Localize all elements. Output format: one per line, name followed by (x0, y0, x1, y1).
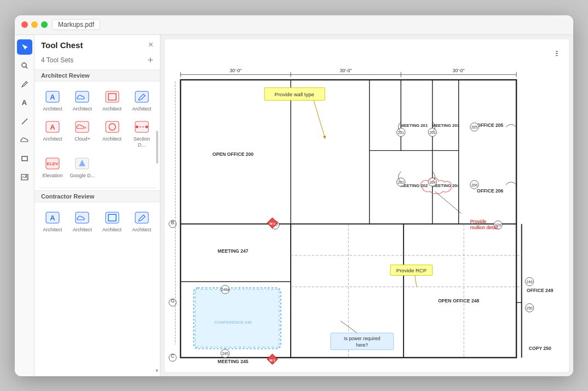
tool-item-cloud-architect[interactable]: Architect (68, 86, 96, 114)
rect-contractor-icon (103, 210, 121, 225)
main-area: A (15, 35, 573, 376)
image-tool[interactable] (17, 170, 32, 185)
left-toolbar: A (15, 35, 34, 376)
contractor-tool-cloud[interactable]: Architect (68, 207, 96, 235)
tool-item-section[interactable]: Section D... (128, 116, 155, 150)
svg-text:Is power required: Is power required (344, 336, 381, 341)
circle-red-icon (103, 119, 121, 135)
text-t-blue-icon: A (44, 210, 61, 225)
tool-item-text-architect[interactable]: A Architect (39, 86, 66, 114)
svg-line-2 (22, 119, 27, 124)
cloud-blue-icon (73, 89, 91, 104)
rect-tool[interactable] (17, 151, 32, 166)
contractor-tool-text[interactable]: A Architect (39, 207, 66, 235)
svg-text:W-1: W-1 (269, 358, 275, 361)
svg-point-20 (135, 126, 138, 129)
tool-label: Architect (73, 106, 92, 112)
svg-point-0 (22, 63, 26, 67)
contractor-review-section: Contractor Review (34, 190, 160, 202)
svg-text:249: 249 (527, 279, 533, 283)
svg-text:250: 250 (527, 306, 533, 310)
maximize-button[interactable] (41, 21, 48, 28)
svg-text:A: A (50, 214, 55, 222)
svg-text:245: 245 (222, 352, 228, 355)
document-tab[interactable]: Markups.pdf (52, 19, 100, 30)
tool-label: Architect (102, 227, 122, 233)
tool-item-elevation[interactable]: ELEV Elevation (39, 153, 66, 181)
svg-rect-75 (195, 289, 279, 347)
pen-blue-icon (133, 89, 151, 104)
svg-text:204: 204 (429, 180, 435, 184)
tool-item-cloudplus[interactable]: + Cloud+ (68, 116, 96, 150)
tool-label: Section D... (129, 136, 154, 148)
tool-item-circle[interactable]: Architect (99, 116, 126, 150)
pen-tool[interactable] (17, 77, 32, 92)
svg-text:30'-0": 30'-0" (453, 67, 465, 73)
tool-label: Cloud+ (74, 136, 90, 142)
tool-label: Architect (132, 227, 151, 233)
tool-label: Architect (43, 227, 62, 233)
contractor-tool-rect[interactable]: Architect (99, 207, 126, 235)
scroll-down-indicator: ▾ (155, 367, 158, 374)
traffic-lights (21, 21, 48, 28)
contractor-tool-pen[interactable]: Architect (128, 207, 155, 235)
svg-text:mullion detail: mullion detail (470, 225, 498, 230)
architect-tools-grid: A Architect Architect (34, 81, 160, 185)
svg-text:OFFICE 206: OFFICE 206 (477, 188, 504, 194)
tool-label: Architect (73, 227, 92, 233)
svg-text:Provide wall type: Provide wall type (275, 91, 314, 97)
svg-text:Provide RCP: Provide RCP (396, 267, 426, 273)
blueprint-canvas[interactable]: 30'-0" 30'-0" 30'-0" (160, 35, 573, 376)
svg-text:COPY 250: COPY 250 (529, 345, 551, 351)
cloud-tool[interactable] (17, 132, 32, 148)
panel-actions: × (148, 40, 153, 49)
svg-text:246a: 246a (221, 288, 229, 291)
svg-text:201: 201 (398, 130, 404, 134)
title-bar: Markups.pdf (15, 15, 573, 35)
svg-text:MEETING 201: MEETING 201 (400, 123, 428, 128)
tool-item-google[interactable]: Google D... (68, 153, 96, 181)
panel-title: Tool Chest (41, 40, 83, 50)
blueprint-inner: 30'-0" 30'-0" 30'-0" (165, 39, 569, 372)
svg-text:OPEN OFFICE 200: OPEN OFFICE 200 (212, 151, 253, 156)
add-tool-set-button[interactable]: + (147, 55, 153, 65)
app-window: Markups.pdf A (15, 15, 573, 376)
tool-label: Architect (43, 106, 62, 112)
tool-item-rect-architect[interactable]: Architect (99, 86, 126, 114)
svg-rect-3 (22, 156, 27, 161)
svg-text:A: A (50, 123, 55, 131)
svg-rect-16 (106, 121, 119, 132)
svg-point-21 (145, 126, 148, 129)
panel-header: Tool Chest × (34, 35, 160, 53)
tool-label: Elevation (43, 173, 63, 179)
text-t-red-icon: A (44, 119, 61, 135)
svg-text:202: 202 (398, 180, 404, 184)
cursor-tool[interactable] (17, 39, 32, 55)
search-tool[interactable] (17, 58, 32, 73)
svg-text:here?: here? (356, 342, 368, 347)
close-button[interactable] (21, 21, 28, 28)
svg-text:MEETING 247: MEETING 247 (218, 248, 249, 254)
svg-text:30'-0": 30'-0" (229, 67, 241, 73)
text-tool[interactable]: A (17, 95, 32, 110)
tool-sets-label: 4 Tool Sets (41, 56, 73, 64)
tool-label: Architect (132, 106, 151, 112)
svg-text:OPEN OFFICE 248: OPEN OFFICE 248 (438, 298, 479, 304)
minimize-button[interactable] (31, 21, 38, 28)
line-tool[interactable] (17, 114, 32, 129)
text-t-icon: A (44, 89, 61, 104)
tool-item-text-red[interactable]: A Architect (39, 116, 66, 150)
contractor-tools-grid: A Architect Architect (34, 202, 160, 240)
tool-label: Google D... (70, 173, 95, 179)
tool-item-pen-architect[interactable]: Architect (128, 86, 155, 114)
svg-text:205: 205 (471, 125, 477, 129)
svg-rect-129 (556, 53, 558, 54)
section-dash-icon (133, 119, 151, 135)
google-drive-icon (73, 156, 91, 171)
panel-close-button[interactable]: × (148, 40, 153, 49)
svg-rect-11 (135, 91, 148, 102)
svg-line-1 (26, 67, 27, 68)
rect-red-icon (103, 89, 121, 104)
svg-text:ELEV: ELEV (47, 161, 59, 166)
floorplan-svg: 30'-0" 30'-0" 30'-0" (165, 39, 569, 372)
